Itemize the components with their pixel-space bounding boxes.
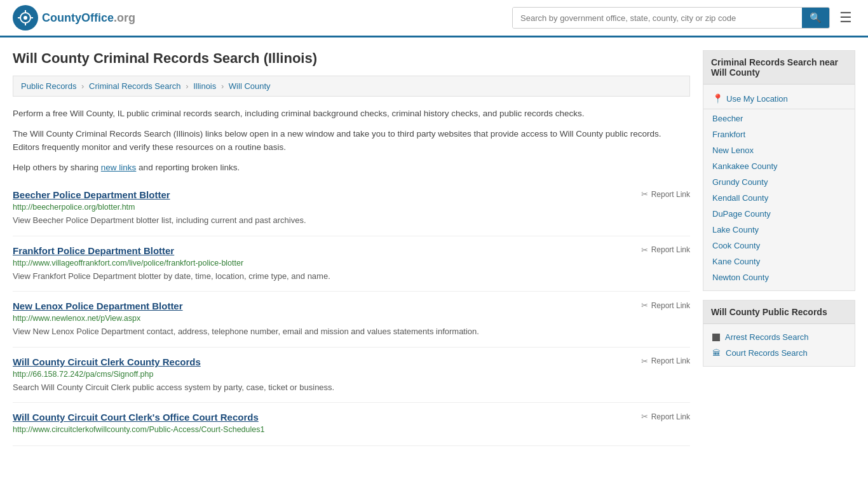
breadcrumb-will-county[interactable]: Will County [229,81,271,91]
breadcrumb-criminal-records-search[interactable]: Criminal Records Search [89,81,181,91]
new-links-link[interactable]: new links [101,163,137,172]
result-item: Frankfort Police Department Blotter ✂ Re… [13,236,690,292]
sidebar-divider [703,109,855,109]
result-title-4[interactable]: Will County Circuit Court Clerk's Office… [13,412,259,423]
result-item: New Lenox Police Department Blotter ✂ Re… [13,292,690,348]
description-3: Help others by sharing new links and rep… [13,161,690,175]
breadcrumb: Public Records › Criminal Records Search… [13,76,690,97]
location-pin-icon: 📍 [712,93,723,104]
sidebar-link-lake[interactable]: Lake County [703,222,855,238]
main-layout: Will County Criminal Records Search (Ill… [0,37,868,459]
result-url-1[interactable]: http://www.villageoffrankfort.com/live/p… [13,259,690,268]
sidebar-criminal-links: 📍 Use My Location Beecher Frankfort New … [703,85,855,290]
scissors-icon-3: ✂ [641,356,648,366]
report-link-2[interactable]: ✂ Report Link [641,301,690,310]
report-link-3[interactable]: ✂ Report Link [641,356,690,366]
search-input[interactable] [513,8,802,28]
search-button[interactable]: 🔍 [802,8,829,28]
scissors-icon-4: ✂ [641,412,648,421]
sidebar-link-cook[interactable]: Cook County [703,238,855,254]
report-link-1[interactable]: ✂ Report Link [641,245,690,255]
logo-text: CountyOffice.org [42,11,135,25]
sidebar-link-frankfort[interactable]: Frankfort [703,126,855,142]
result-url-3[interactable]: http://66.158.72.242/pa/cms/Signoff.php [13,370,690,379]
sidebar-public-title: Will County Public Records [703,301,855,324]
result-desc-3: Search Will County Circuit Clerk public … [13,381,690,394]
result-item: Will County Circuit Clerk County Records… [13,348,690,403]
result-title-1[interactable]: Frankfort Police Department Blotter [13,245,174,256]
header: CountyOffice.org 🔍 ☰ [0,0,868,37]
breadcrumb-public-records[interactable]: Public Records [21,81,76,91]
svg-point-2 [24,16,27,20]
result-item: Will County Circuit Court Clerk's Office… [13,403,690,446]
header-right: 🔍 ☰ [512,6,855,29]
breadcrumb-illinois[interactable]: Illinois [193,81,216,91]
sidebar: Criminal Records Search near Will County… [703,50,855,446]
logo-area: CountyOffice.org [13,5,135,30]
scissors-icon-1: ✂ [641,245,648,255]
sidebar-link-kane[interactable]: Kane County [703,254,855,269]
result-item: Beecher Police Department Blotter ✂ Repo… [13,180,690,236]
search-bar: 🔍 [512,7,830,29]
page-title: Will County Criminal Records Search (Ill… [13,50,690,67]
sidebar-link-kendall[interactable]: Kendall County [703,190,855,206]
sidebar-public-links: Arrest Records Search 🏛 Court Records Se… [703,324,855,366]
sidebar-link-grundy[interactable]: Grundy County [703,174,855,190]
sidebar-link-beecher[interactable]: Beecher [703,111,855,126]
results-list: Beecher Police Department Blotter ✂ Repo… [13,180,690,446]
sidebar-link-new-lenox[interactable]: New Lenox [703,142,855,158]
result-url-4[interactable]: http://www.circuitclerkofwillcounty.com/… [13,425,690,434]
result-url-0[interactable]: http://beecherpolice.org/blotter.htm [13,203,690,212]
sidebar-link-kankakee[interactable]: Kankakee County [703,158,855,174]
sidebar-link-dupage[interactable]: DuPage County [703,206,855,222]
result-url-2[interactable]: http://www.newlenox.net/pView.aspx [13,314,690,323]
result-desc-0: View Beecher Police Department blotter l… [13,214,690,227]
logo-icon [13,5,38,30]
report-link-0[interactable]: ✂ Report Link [641,189,690,199]
content-area: Will County Criminal Records Search (Ill… [13,50,690,446]
use-my-location-link[interactable]: 📍 Use My Location [703,90,855,107]
sidebar-link-newton[interactable]: Newton County [703,269,855,285]
result-title-3[interactable]: Will County Circuit Clerk County Records [13,356,201,367]
description-1: Perform a free Will County, IL public cr… [13,107,690,121]
arrest-records-icon [712,334,720,341]
scissors-icon-0: ✂ [641,189,648,199]
result-desc-2: View New Lenox Police Department contact… [13,325,690,338]
description-2: The Will County Criminal Records Search … [13,127,690,154]
sidebar-criminal-section: Criminal Records Search near Will County… [703,50,855,291]
court-records-icon: 🏛 [712,348,721,358]
sidebar-court-records[interactable]: 🏛 Court Records Search [703,345,855,361]
scissors-icon-2: ✂ [641,301,648,310]
hamburger-menu[interactable]: ☰ [836,6,855,29]
sidebar-public-section: Will County Public Records Arrest Record… [703,300,855,367]
result-title-2[interactable]: New Lenox Police Department Blotter [13,301,183,311]
result-title-0[interactable]: Beecher Police Department Blotter [13,189,170,200]
report-link-4[interactable]: ✂ Report Link [641,412,690,421]
sidebar-criminal-title: Criminal Records Search near Will County [703,51,855,85]
result-desc-1: View Frankfort Police Department blotter… [13,270,690,283]
sidebar-arrest-records[interactable]: Arrest Records Search [703,329,855,345]
